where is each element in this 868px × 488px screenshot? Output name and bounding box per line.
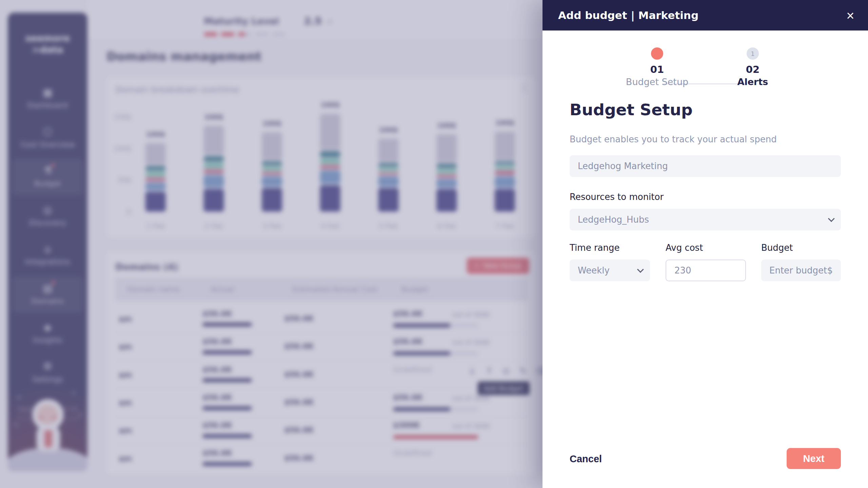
close-icon[interactable]: × <box>841 6 860 25</box>
step-number: 01 <box>623 64 691 75</box>
stepper: 01Budget Setup102Alerts <box>542 30 868 88</box>
budget-input[interactable]: Enter budget $ <box>761 260 841 281</box>
step-circle: 1 <box>747 47 759 60</box>
dollar-suffix: $ <box>827 265 833 276</box>
resources-label: Resources to monitor <box>570 192 664 202</box>
cancel-button[interactable]: Cancel <box>570 453 602 465</box>
add-budget-panel: Add budget | Marketing × 01Budget Setup1… <box>542 0 868 488</box>
avg-cost-input[interactable]: 230 <box>666 260 746 281</box>
step-circle <box>651 47 663 60</box>
resources-value: LedgeHog_Hubs <box>578 215 649 225</box>
step-budget-setup[interactable]: 01Budget Setup <box>623 47 691 87</box>
chevron-down-icon <box>828 215 835 222</box>
time-range-value: Weekly <box>578 265 610 276</box>
panel-header: Add budget | Marketing × <box>542 0 868 30</box>
step-number: 02 <box>719 64 787 75</box>
budget-placeholder: Enter budget <box>769 265 827 276</box>
time-range-label: Time range <box>570 243 620 253</box>
step-label: Alerts <box>719 77 787 87</box>
panel-title: Add budget | Marketing <box>558 9 698 21</box>
step-alerts[interactable]: 102Alerts <box>719 47 787 87</box>
panel-description: Budget enables you to track your actual … <box>570 134 777 144</box>
next-button[interactable]: Next <box>787 448 841 469</box>
time-range-select[interactable]: Weekly <box>570 260 650 281</box>
panel-heading: Budget Setup <box>570 100 693 119</box>
chevron-down-icon <box>637 266 644 273</box>
step-label: Budget Setup <box>623 77 691 87</box>
budget-label: Budget <box>761 243 793 253</box>
resources-select[interactable]: LedgeHog_Hubs <box>570 209 841 230</box>
budget-name-input[interactable]: Ledgehog Marketing <box>570 155 841 177</box>
avg-cost-label: Avg cost <box>666 243 703 253</box>
